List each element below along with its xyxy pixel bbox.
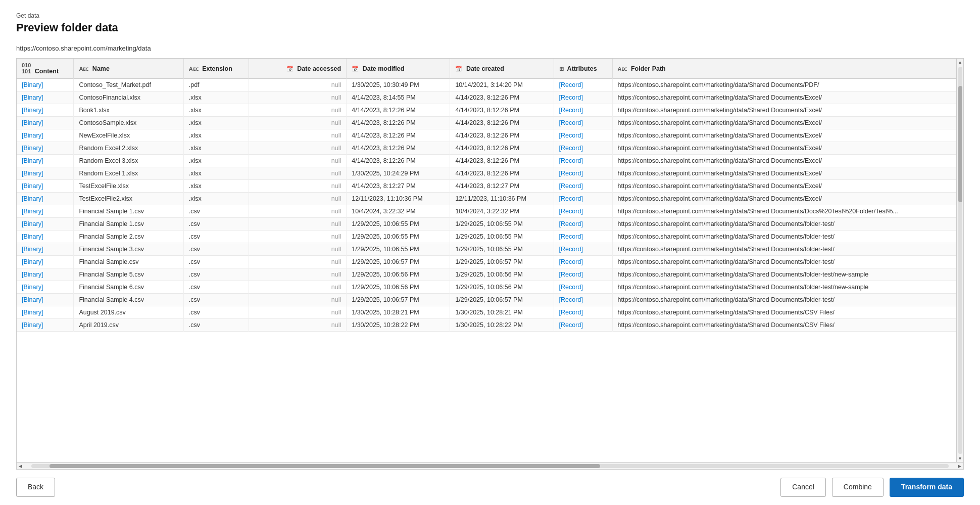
- table-cell: null: [249, 268, 347, 281]
- table-cell[interactable]: [Binary]: [17, 167, 74, 180]
- table-cell[interactable]: [Record]: [554, 167, 612, 180]
- table-cell: null: [249, 91, 347, 104]
- table-cell: Random Excel 1.xlsx: [74, 167, 183, 180]
- table-cell[interactable]: [Record]: [554, 306, 612, 319]
- table-cell: null: [249, 294, 347, 306]
- table-cell[interactable]: [Record]: [554, 91, 612, 104]
- table-row: [Binary]Financial Sample 3.csv.csvnull1/…: [17, 243, 963, 256]
- abc-search-icon-fp: Aᴇᴄ: [618, 66, 627, 72]
- table-cell[interactable]: [Binary]: [17, 142, 74, 155]
- table-cell[interactable]: [Binary]: [17, 319, 74, 332]
- table-cell[interactable]: [Record]: [554, 281, 612, 294]
- table-cell[interactable]: [Record]: [554, 129, 612, 142]
- table-cell: https://contoso.sharepoint.com/marketing…: [612, 306, 963, 319]
- table-cell[interactable]: [Binary]: [17, 104, 74, 117]
- table-cell[interactable]: [Record]: [554, 104, 612, 117]
- table-cell: .xlsx: [183, 193, 249, 205]
- table-cell: .xlsx: [183, 129, 249, 142]
- table-cell: 4/14/2023, 8:12:26 PM: [347, 117, 450, 129]
- table-cell[interactable]: [Binary]: [17, 281, 74, 294]
- table-cell[interactable]: [Binary]: [17, 180, 74, 193]
- scroll-up-arrow[interactable]: ▲: [958, 59, 962, 66]
- table-cell[interactable]: [Binary]: [17, 129, 74, 142]
- table-cell[interactable]: [Record]: [554, 268, 612, 281]
- table-cell[interactable]: [Record]: [554, 79, 612, 91]
- table-cell[interactable]: [Record]: [554, 231, 612, 243]
- binary-icon: 010101: [22, 62, 31, 74]
- table-cell: TestExcelFile.xlsx: [74, 180, 183, 193]
- table-cell: https://contoso.sharepoint.com/marketing…: [612, 180, 963, 193]
- scroll-left-arrow[interactable]: ◀: [18, 464, 23, 469]
- abc-search-icon-name: Aᴇᴄ: [79, 66, 88, 72]
- scrollbar-track-h[interactable]: [31, 464, 949, 468]
- table-cell: https://contoso.sharepoint.com/marketing…: [612, 205, 963, 218]
- transform-data-button[interactable]: Transform data: [890, 478, 964, 497]
- table-cell: https://contoso.sharepoint.com/marketing…: [612, 129, 963, 142]
- scrollbar-thumb-h[interactable]: [50, 464, 600, 468]
- table-cell[interactable]: [Binary]: [17, 193, 74, 205]
- table-cell[interactable]: [Record]: [554, 193, 612, 205]
- table-cell: Financial Sample 4.csv: [74, 294, 183, 306]
- vertical-scrollbar[interactable]: ▲ ▼: [956, 59, 963, 462]
- table-cell: .xlsx: [183, 167, 249, 180]
- preview-table: 010101 Content Aᴇᴄ Name Aᴇᴄ Extension 📅 …: [17, 59, 963, 332]
- table-cell[interactable]: [Binary]: [17, 205, 74, 218]
- table-cell: 4/14/2023, 8:12:27 PM: [450, 180, 554, 193]
- cancel-button[interactable]: Cancel: [780, 478, 826, 497]
- table-row: [Binary]Financial Sample 4.csv.csvnull1/…: [17, 294, 963, 306]
- table-cell[interactable]: [Binary]: [17, 306, 74, 319]
- table-cell[interactable]: [Record]: [554, 142, 612, 155]
- table-cell: .xlsx: [183, 91, 249, 104]
- table-cell[interactable]: [Record]: [554, 319, 612, 332]
- table-cell[interactable]: [Record]: [554, 256, 612, 268]
- scroll-down-arrow[interactable]: ▼: [958, 455, 962, 462]
- table-cell[interactable]: [Binary]: [17, 91, 74, 104]
- table-cell: .xlsx: [183, 117, 249, 129]
- table-cell: .xlsx: [183, 155, 249, 167]
- table-cell: https://contoso.sharepoint.com/marketing…: [612, 268, 963, 281]
- table-cell[interactable]: [Binary]: [17, 117, 74, 129]
- table-cell: .csv: [183, 205, 249, 218]
- table-cell: Book1.xlsx: [74, 104, 183, 117]
- table-cell: .csv: [183, 319, 249, 332]
- abc-icon-ext: Aᴇᴄ: [189, 66, 199, 72]
- table-cell: 1/29/2025, 10:06:56 PM: [450, 268, 554, 281]
- table-cell[interactable]: [Record]: [554, 180, 612, 193]
- table-cell[interactable]: [Binary]: [17, 294, 74, 306]
- table-cell: 10/14/2021, 3:14:20 PM: [450, 79, 554, 91]
- table-cell[interactable]: [Record]: [554, 218, 612, 231]
- table-cell: Random Excel 2.xlsx: [74, 142, 183, 155]
- table-cell[interactable]: [Record]: [554, 205, 612, 218]
- horizontal-scrollbar[interactable]: ◀ ▶: [17, 462, 963, 469]
- table-cell[interactable]: [Binary]: [17, 218, 74, 231]
- back-button[interactable]: Back: [16, 478, 55, 497]
- table-cell: https://contoso.sharepoint.com/marketing…: [612, 167, 963, 180]
- table-cell: null: [249, 205, 347, 218]
- table-cell: 1/29/2025, 10:06:55 PM: [450, 231, 554, 243]
- table-cell[interactable]: [Record]: [554, 294, 612, 306]
- table-cell[interactable]: [Binary]: [17, 79, 74, 91]
- table-cell[interactable]: [Binary]: [17, 268, 74, 281]
- combine-button[interactable]: Combine: [832, 478, 884, 497]
- table-cell: .csv: [183, 268, 249, 281]
- table-cell[interactable]: [Binary]: [17, 155, 74, 167]
- table-cell: https://contoso.sharepoint.com/marketing…: [612, 256, 963, 268]
- vert-thumb[interactable]: [958, 86, 962, 202]
- table-cell: 1/30/2025, 10:28:21 PM: [450, 306, 554, 319]
- table-cell: Financial Sample 5.csv: [74, 268, 183, 281]
- scroll-right-arrow[interactable]: ▶: [957, 464, 962, 469]
- table-cell: 1/29/2025, 10:06:57 PM: [347, 294, 450, 306]
- table-cell: 10/4/2024, 3:22:32 PM: [450, 205, 554, 218]
- table-cell: https://contoso.sharepoint.com/marketing…: [612, 155, 963, 167]
- table-scroll-area[interactable]: 010101 Content Aᴇᴄ Name Aᴇᴄ Extension 📅 …: [17, 59, 963, 462]
- table-cell: 1/29/2025, 10:06:55 PM: [347, 231, 450, 243]
- vert-track[interactable]: [958, 67, 962, 454]
- table-cell[interactable]: [Record]: [554, 155, 612, 167]
- table-cell[interactable]: [Binary]: [17, 243, 74, 256]
- table-cell[interactable]: [Record]: [554, 243, 612, 256]
- table-cell[interactable]: [Record]: [554, 117, 612, 129]
- table-cell[interactable]: [Binary]: [17, 256, 74, 268]
- table-cell: null: [249, 79, 347, 91]
- table-cell[interactable]: [Binary]: [17, 231, 74, 243]
- calendar-icon-modified: 📅: [352, 66, 359, 72]
